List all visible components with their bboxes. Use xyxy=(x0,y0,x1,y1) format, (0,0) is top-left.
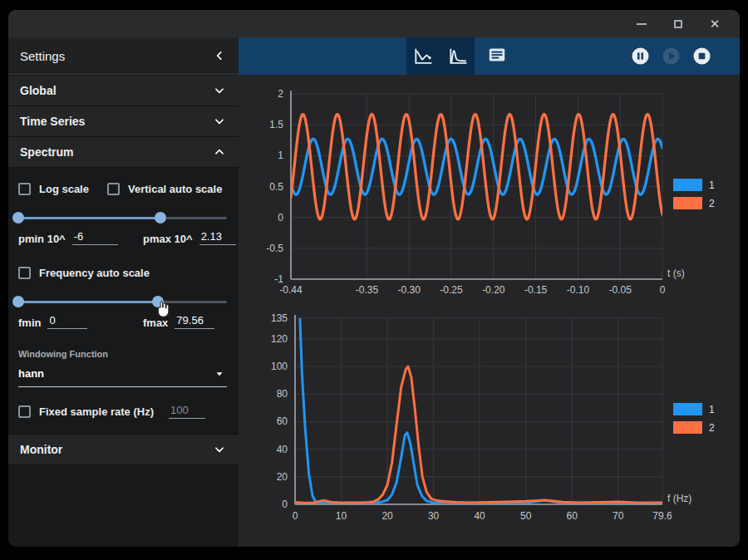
stop-button[interactable] xyxy=(692,47,711,66)
svg-text:0: 0 xyxy=(278,212,283,224)
time-series-legend: 1 2 xyxy=(673,179,715,209)
svg-text:20: 20 xyxy=(381,510,393,522)
legend-item: 2 xyxy=(673,197,715,209)
section-label: Spectrum xyxy=(20,145,74,159)
svg-text:-0.10: -0.10 xyxy=(567,284,590,296)
sidebar-section-spectrum[interactable]: Spectrum xyxy=(8,136,239,167)
pmin-input[interactable] xyxy=(72,230,118,245)
svg-text:60: 60 xyxy=(277,415,288,427)
legend-item: 1 xyxy=(673,179,715,191)
svg-text:60: 60 xyxy=(566,510,578,522)
windowing-function-label: Windowing Function xyxy=(18,349,227,359)
log-scale-label: Log scale xyxy=(39,183,89,195)
vertical-auto-scale-label: Vertical auto scale xyxy=(128,183,222,195)
fixed-sample-rate-label: Fixed sample rate (Hz) xyxy=(39,405,154,418)
section-label: Global xyxy=(20,84,57,97)
chevron-up-icon xyxy=(214,146,225,158)
svg-text:79.6: 79.6 xyxy=(652,510,672,522)
chevron-down-icon xyxy=(214,368,225,380)
fmin-input[interactable] xyxy=(47,314,87,329)
legend-item: 1 xyxy=(673,403,715,415)
selected-view-group xyxy=(406,37,475,75)
series-1-swatch xyxy=(673,179,702,191)
pmin-label: pmin 10^ xyxy=(18,233,66,245)
settings-sidebar: Settings Global Time Series xyxy=(8,37,239,547)
pause-icon xyxy=(631,47,650,66)
series-2-label: 2 xyxy=(709,422,715,434)
close-icon: ✕ xyxy=(710,17,721,32)
svg-text:50: 50 xyxy=(520,510,532,522)
screen: ✕ Settings Global Time Ser xyxy=(0,0,748,560)
sidebar-empty-area xyxy=(8,464,239,547)
svg-text:30: 30 xyxy=(428,510,440,522)
spectrum-panel: Log scale Vertical auto scale xyxy=(8,167,239,434)
console-view-button[interactable] xyxy=(481,37,513,72)
fixed-sample-rate-input[interactable] xyxy=(169,404,205,419)
spectrum-view-button[interactable] xyxy=(442,39,474,74)
svg-text:2: 2 xyxy=(278,88,283,100)
svg-text:-0.35: -0.35 xyxy=(356,284,379,296)
close-button[interactable]: ✕ xyxy=(696,10,733,37)
svg-text:40: 40 xyxy=(277,444,288,455)
section-label: Monitor xyxy=(20,443,62,456)
fmin-label: fmin xyxy=(18,317,41,329)
main-area: -0.44-0.35-0.30-0.25-0.20-0.15-0.10-0.05… xyxy=(239,37,740,547)
series-2-swatch xyxy=(673,421,702,434)
frequency-auto-scale-checkbox[interactable] xyxy=(18,267,31,279)
svg-text:100: 100 xyxy=(271,361,288,372)
svg-text:80: 80 xyxy=(277,388,288,400)
svg-text:70: 70 xyxy=(613,510,624,522)
spectrum-chart: 01020304050607079.6020406080100120135 xyxy=(249,312,690,529)
power-range-slider[interactable] xyxy=(18,212,227,224)
pmin-slider-handle[interactable] xyxy=(12,212,24,224)
sidebar-section-time-series[interactable]: Time Series xyxy=(8,106,239,136)
svg-text:-0.5: -0.5 xyxy=(266,243,283,254)
slider-range-fill xyxy=(18,217,160,219)
maximize-button[interactable] xyxy=(660,10,696,37)
series-2-swatch xyxy=(673,197,702,209)
time-axis-label: t (s) xyxy=(667,268,685,279)
svg-text:135: 135 xyxy=(271,312,288,324)
frequency-range-slider[interactable] xyxy=(18,296,227,307)
pmax-slider-handle[interactable] xyxy=(155,212,166,224)
time-series-view-button[interactable] xyxy=(407,39,439,74)
section-label: Time Series xyxy=(20,115,85,128)
svg-text:-0.25: -0.25 xyxy=(440,284,463,296)
fmin-slider-handle[interactable] xyxy=(12,296,24,307)
svg-text:20: 20 xyxy=(277,471,288,483)
console-icon xyxy=(486,44,508,66)
fmax-slider-handle[interactable] xyxy=(152,296,164,307)
vertical-auto-scale-checkbox[interactable] xyxy=(107,183,120,195)
series-1-label: 1 xyxy=(709,179,715,191)
maximize-icon xyxy=(674,20,682,28)
sidebar-header: Settings xyxy=(8,37,239,75)
svg-text:1.5: 1.5 xyxy=(269,119,283,130)
windowing-function-select[interactable]: hann xyxy=(18,361,227,387)
legend-item: 2 xyxy=(673,421,715,434)
play-button[interactable] xyxy=(662,47,681,66)
pause-button[interactable] xyxy=(631,47,650,66)
chart-toolbar xyxy=(239,37,740,75)
sidebar-section-global[interactable]: Global xyxy=(8,75,239,106)
sidebar-section-monitor[interactable]: Monitor xyxy=(8,434,239,464)
pmax-input[interactable] xyxy=(199,230,236,245)
collapse-sidebar-icon[interactable] xyxy=(214,50,225,61)
fmax-input[interactable] xyxy=(175,314,214,329)
svg-text:0: 0 xyxy=(660,284,666,296)
svg-text:-0.44: -0.44 xyxy=(279,284,303,296)
sidebar-title: Settings xyxy=(20,49,65,63)
log-scale-checkbox[interactable] xyxy=(18,183,31,195)
spectrum-chart-icon xyxy=(447,46,469,67)
series-2-label: 2 xyxy=(709,198,715,209)
svg-text:-0.20: -0.20 xyxy=(482,284,505,296)
svg-text:0: 0 xyxy=(282,499,288,510)
stop-icon xyxy=(692,47,711,66)
minimize-button[interactable] xyxy=(623,10,660,37)
chevron-down-icon xyxy=(214,85,225,96)
svg-text:40: 40 xyxy=(474,510,485,522)
app-body: Settings Global Time Series xyxy=(8,37,740,547)
slider-range-fill xyxy=(18,301,158,303)
fixed-sample-rate-checkbox[interactable] xyxy=(18,405,31,418)
svg-text:-0.15: -0.15 xyxy=(524,284,548,296)
app-window: ✕ Settings Global Time Ser xyxy=(8,10,740,547)
